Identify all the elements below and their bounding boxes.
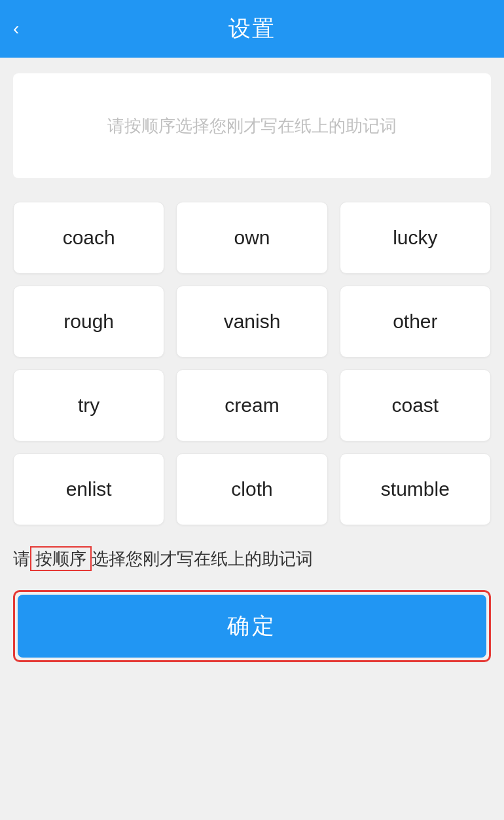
word-card-other[interactable]: other [340,286,491,358]
word-card-coach[interactable]: coach [13,202,164,274]
page-title: 设置 [228,14,276,44]
word-label-rough: rough [63,310,114,333]
word-label-other: other [393,310,437,333]
word-card-rough[interactable]: rough [13,286,164,358]
word-label-vanish: vanish [224,310,281,333]
input-placeholder: 请按顺序选择您刚才写在纸上的助记词 [107,113,397,139]
word-card-cream[interactable]: cream [176,369,327,441]
word-label-cream: cream [225,394,279,417]
word-label-cloth: cloth [231,478,272,500]
confirm-button-wrapper: 确定 [13,590,491,662]
word-card-cloth[interactable]: cloth [176,453,327,525]
header: ‹ 设置 [0,0,504,58]
word-card-own[interactable]: own [176,202,327,274]
word-card-coast[interactable]: coast [340,369,491,441]
word-card-lucky[interactable]: lucky [340,202,491,274]
main-content: 请按顺序选择您刚才写在纸上的助记词 coach own lucky rough … [0,58,504,820]
word-label-stumble: stumble [381,478,450,500]
instruction-suffix: 选择您刚才写在纸上的助记词 [92,549,313,568]
word-label-coach: coach [63,227,115,249]
word-card-try[interactable]: try [13,369,164,441]
word-label-own: own [234,227,270,249]
word-grid: coach own lucky rough vanish other try c… [13,202,491,525]
confirm-button[interactable]: 确定 [18,595,486,658]
back-icon[interactable]: ‹ [13,18,19,39]
confirm-button-label: 确定 [227,611,277,641]
word-card-vanish[interactable]: vanish [176,286,327,358]
mnemonic-input-area: 请按顺序选择您刚才写在纸上的助记词 [13,73,491,178]
word-label-coast: coast [391,394,439,417]
word-card-enlist[interactable]: enlist [13,453,164,525]
word-label-lucky: lucky [393,227,437,249]
instruction-prefix: 请 [13,549,30,568]
instruction-highlight: 按顺序 [30,546,92,571]
word-label-enlist: enlist [66,478,112,500]
word-label-try: try [78,394,99,417]
instruction-text: 请按顺序选择您刚才写在纸上的助记词 [13,546,491,572]
word-card-stumble[interactable]: stumble [340,453,491,525]
